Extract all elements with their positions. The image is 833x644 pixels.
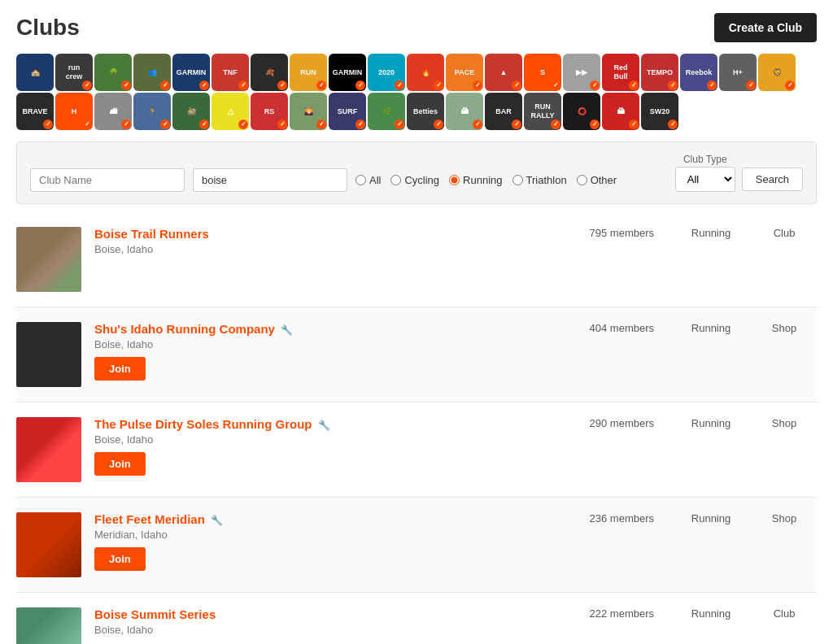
club-info: Boise Trail RunnersBoise, Idaho	[81, 227, 581, 255]
logo-item-11[interactable]: PACE✓	[446, 54, 483, 91]
club-location: Boise, Idaho	[94, 624, 568, 636]
logo-item-35[interactable]: 🏔✓	[602, 93, 639, 130]
club-info: Boise Summit SeriesBoise, Idaho	[81, 607, 581, 636]
logo-item-30[interactable]: Betties✓	[407, 93, 444, 130]
logo-item-1[interactable]: run crew✓	[55, 54, 93, 91]
club-members: 795 members	[581, 227, 654, 239]
logo-item-34[interactable]: ⭕✓	[563, 93, 600, 130]
logo-item-32[interactable]: BAR✓	[485, 93, 522, 130]
club-image	[16, 227, 81, 292]
club-image	[16, 512, 81, 577]
club-meta: 290 membersRunningShop	[581, 417, 817, 429]
radio-other[interactable]: Other	[577, 174, 617, 186]
radio-cycling[interactable]: Cycling	[390, 174, 439, 186]
club-category: Shop	[768, 512, 800, 524]
club-list: Boise Trail RunnersBoise, Idaho795 membe…	[0, 212, 833, 644]
logo-item-14[interactable]: ▶▶✓	[563, 54, 600, 91]
club-row: The Pulse Dirty Soles Running Group 🔧Boi…	[16, 402, 817, 498]
logo-item-5[interactable]: TNF✓	[212, 54, 249, 91]
radio-all[interactable]: All	[355, 174, 381, 186]
club-members: 290 members	[581, 417, 654, 429]
logo-item-33[interactable]: RUN RALLY✓	[524, 93, 561, 130]
club-category: Club	[768, 227, 800, 239]
club-meta: 795 membersRunningClub	[581, 227, 817, 239]
logo-item-8[interactable]: GARMIN✓	[329, 54, 366, 91]
logo-item-15[interactable]: Red Bull✓	[602, 54, 639, 91]
logo-item-31[interactable]: 🏔✓	[446, 93, 483, 130]
club-members: 404 members	[581, 322, 654, 334]
wrench-icon: 🔧	[278, 324, 293, 336]
club-name-link[interactable]: Fleet Feet Meridian 🔧	[94, 512, 223, 526]
page-header: Clubs Create a Club 🏫run crew✓🌳✓👥✓GARMIN…	[0, 0, 833, 133]
club-location: Boise, Idaho	[94, 433, 568, 446]
club-type-select[interactable]: All Club Shop Team	[675, 167, 735, 192]
logo-item-25[interactable]: △✓	[212, 93, 249, 130]
logo-item-36[interactable]: SW20✓	[641, 93, 678, 130]
club-image	[16, 607, 81, 644]
club-name-link[interactable]: Boise Trail Runners	[94, 227, 209, 241]
club-name-link[interactable]: Shu's Idaho Running Company 🔧	[94, 322, 293, 336]
logo-item-6[interactable]: 🍂✓	[251, 54, 288, 91]
logo-item-20[interactable]: BRAVE✓	[16, 93, 54, 130]
club-location: Boise, Idaho	[94, 243, 568, 255]
logo-item-23[interactable]: 🏃✓	[133, 93, 171, 130]
radio-running[interactable]: Running	[449, 174, 502, 186]
logo-item-17[interactable]: Reebok✓	[680, 54, 717, 91]
logo-item-0[interactable]: 🏫	[16, 54, 54, 91]
logo-item-21[interactable]: H✓	[55, 93, 93, 130]
wrench-icon: 🔧	[316, 420, 330, 431]
logo-item-4[interactable]: GARMIN✓	[172, 54, 210, 91]
club-info: The Pulse Dirty Soles Running Group 🔧Boi…	[81, 417, 581, 476]
club-category: Shop	[768, 322, 800, 334]
club-type-tag: Running	[687, 512, 735, 524]
club-meta: 222 membersRunningClub	[581, 607, 817, 620]
club-type-tag: Running	[687, 607, 735, 620]
logo-strip: 🏫run crew✓🌳✓👥✓GARMIN✓TNF✓🍂✓RUN✓GARMIN✓20…	[0, 50, 833, 133]
logo-item-13[interactable]: S✓	[524, 54, 561, 91]
logo-item-16[interactable]: TEMPO✓	[641, 54, 678, 91]
logo-item-12[interactable]: ▲✓	[485, 54, 522, 91]
logo-item-10[interactable]: 🔥✓	[407, 54, 444, 91]
club-members: 236 members	[581, 512, 654, 524]
club-row: Fleet Feet Meridian 🔧Meridian, IdahoJoin…	[16, 498, 817, 593]
club-meta: 404 membersRunningShop	[581, 322, 817, 334]
club-members: 222 members	[581, 607, 654, 620]
logo-item-28[interactable]: SURF✓	[329, 93, 366, 130]
join-button[interactable]: Join	[94, 452, 146, 476]
search-button[interactable]: Search	[742, 168, 803, 191]
logo-item-26[interactable]: RS✓	[251, 93, 288, 130]
club-info: Fleet Feet Meridian 🔧Meridian, IdahoJoin	[81, 512, 581, 571]
club-image	[16, 417, 81, 482]
club-name-link[interactable]: The Pulse Dirty Soles Running Group 🔧	[94, 417, 330, 431]
club-type-tag: Running	[687, 417, 735, 429]
logo-item-7[interactable]: RUN✓	[290, 54, 327, 91]
logo-item-3[interactable]: 👥✓	[133, 54, 171, 91]
club-row: Boise Trail RunnersBoise, Idaho795 membe…	[16, 212, 817, 307]
location-input[interactable]	[193, 168, 347, 192]
club-type-tag: Running	[687, 227, 735, 239]
logo-item-24[interactable]: 🚵✓	[172, 93, 210, 130]
wrench-icon: 🔧	[208, 515, 223, 526]
radio-triathlon[interactable]: Triathlon	[512, 174, 567, 186]
logo-item-9[interactable]: 2020✓	[368, 54, 405, 91]
page-title: Clubs	[16, 15, 80, 41]
logo-item-2[interactable]: 🌳✓	[94, 54, 132, 91]
logo-item-29[interactable]: 🌿✓	[368, 93, 405, 130]
club-type-label: Club Type	[675, 154, 735, 165]
club-info: Shu's Idaho Running Company 🔧Boise, Idah…	[81, 322, 581, 381]
club-name-input[interactable]	[30, 168, 185, 192]
club-location: Boise, Idaho	[94, 338, 568, 350]
logo-item-18[interactable]: H+✓	[719, 54, 757, 91]
search-panel: All Cycling Running Triathlon Other Club…	[16, 141, 817, 204]
club-name-link[interactable]: Boise Summit Series	[94, 607, 216, 621]
logo-item-22[interactable]: 🏙✓	[94, 93, 132, 130]
club-location: Meridian, Idaho	[94, 529, 568, 541]
club-type-tag: Running	[687, 322, 735, 334]
logo-item-27[interactable]: 🌄✓	[290, 93, 327, 130]
logo-item-19[interactable]: 🦁✓	[758, 54, 796, 91]
create-club-button[interactable]: Create a Club	[714, 13, 817, 42]
join-button[interactable]: Join	[94, 547, 146, 571]
club-row: Boise Summit SeriesBoise, Idaho222 membe…	[16, 593, 817, 644]
join-button[interactable]: Join	[94, 357, 146, 381]
club-meta: 236 membersRunningShop	[581, 512, 817, 524]
